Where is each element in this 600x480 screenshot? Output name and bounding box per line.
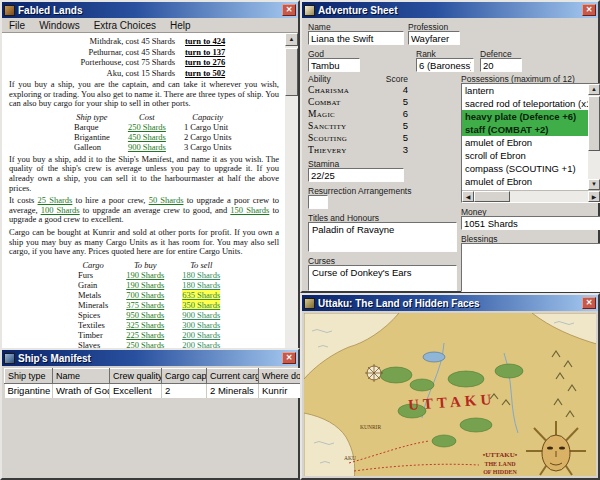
resurrection-field[interactable]	[308, 195, 328, 209]
scroll-up-icon[interactable]: ▲	[285, 33, 298, 46]
column-header-name[interactable]: Name	[53, 369, 110, 384]
ship-type: Barque	[65, 122, 119, 132]
crew-cost-link[interactable]: 25 Shards	[38, 195, 73, 205]
possessions-hscrollbar[interactable]: ◀ ▶	[462, 190, 600, 202]
titles-field[interactable]: Paladin of Ravayne	[308, 222, 457, 252]
menu-windows[interactable]: Windows	[32, 19, 87, 32]
sell-cargo-link[interactable]: 900 Shards	[182, 310, 220, 320]
close-icon[interactable]: ✕	[282, 352, 296, 364]
score-label: Score	[380, 74, 408, 84]
scroll-up-icon[interactable]: ▲	[588, 84, 600, 95]
crew-cost-link[interactable]: 50 Shards	[149, 195, 184, 205]
uttaku-map-title: Uttaku: The Land of Hidden Faces	[318, 298, 480, 309]
port-name: Pethurnar, cost 45 Shards	[9, 47, 175, 58]
scroll-right-icon[interactable]: ▶	[588, 191, 600, 202]
ability-row: Charisma4	[308, 84, 408, 96]
column-header-crew-quality[interactable]: Crew quality	[110, 369, 162, 384]
possession-item[interactable]: heavy plate (Defence +6)	[462, 110, 588, 123]
scrollbar-track[interactable]	[588, 95, 600, 179]
ability-score: 5	[403, 132, 408, 144]
port-name: Aku, cost 15 Shards	[9, 68, 175, 79]
buy-cargo-link[interactable]: 375 Shards	[126, 300, 164, 310]
cell-ship-type: Brigantine	[5, 384, 53, 398]
ships-manifest-titlebar[interactable]: Ship's Manifest ✕	[2, 350, 298, 366]
ability-name: Thievery	[308, 144, 347, 156]
column-header-ship-type[interactable]: Ship type	[5, 369, 53, 384]
possession-item[interactable]: lantern	[462, 84, 588, 97]
scrollbar-thumb[interactable]	[474, 191, 510, 202]
ability-name: Magic	[308, 108, 335, 120]
profession-field[interactable]	[408, 31, 460, 45]
buy-cargo-link[interactable]: 190 Shards	[126, 280, 164, 290]
sell-cargo-link[interactable]: 180 Shards	[182, 270, 220, 280]
money-field[interactable]	[461, 216, 600, 230]
sell-cargo-link[interactable]: 200 Shards	[182, 330, 220, 340]
uttaku-map-titlebar[interactable]: Uttaku: The Land of Hidden Faces ✕	[302, 295, 598, 311]
scrollbar-track[interactable]	[474, 191, 588, 202]
scrollbar-thumb[interactable]	[285, 48, 298, 96]
possession-item[interactable]: amulet of Ebron	[462, 175, 588, 188]
possession-item[interactable]: amulet of Ebron	[462, 136, 588, 149]
buy-cargo-link[interactable]: 190 Shards	[126, 270, 164, 280]
uttaku-map-window-icon	[304, 298, 315, 309]
ability-row: Combat5	[308, 96, 408, 108]
column-header-cargo-cap[interactable]: Cargo cap.	[162, 369, 207, 384]
scroll-left-icon[interactable]: ◀	[462, 191, 474, 202]
sell-cargo-link[interactable]: 350 Shards	[182, 300, 220, 310]
rank-field[interactable]	[416, 58, 474, 72]
fabled-lands-title: Fabled Lands	[18, 5, 82, 16]
sell-cargo-link[interactable]: 300 Shards	[182, 320, 220, 330]
ship-type: Galleon	[65, 142, 119, 152]
ability-row: Sanctity5	[308, 120, 408, 132]
turn-to-link[interactable]: turn to 424	[185, 36, 225, 47]
turn-to-link[interactable]: turn to 276	[185, 57, 225, 68]
close-icon[interactable]: ✕	[582, 297, 596, 309]
crew-cost-link[interactable]: 100 Shards	[41, 205, 80, 215]
buy-cargo-link[interactable]: 325 Shards	[126, 320, 164, 330]
table-row[interactable]: Brigantine Wrath of God Excellent 2 2 Mi…	[5, 384, 301, 398]
close-icon[interactable]: ✕	[282, 4, 296, 16]
close-icon[interactable]: ✕	[582, 4, 596, 16]
blessings-field[interactable]	[461, 243, 600, 292]
scrollbar-thumb[interactable]	[588, 96, 600, 151]
turn-to-link[interactable]: turn to 502	[185, 68, 225, 79]
buy-ship-link[interactable]: 450 Shards	[128, 132, 166, 142]
column-header-where-docked[interactable]: Where docked	[259, 369, 301, 384]
scroll-down-icon[interactable]: ▼	[588, 179, 600, 190]
fabled-lands-titlebar[interactable]: Fabled Lands ✕	[2, 2, 298, 18]
stamina-field[interactable]	[308, 168, 404, 182]
buy-cargo-link[interactable]: 700 Shards	[126, 290, 164, 300]
ability-name: Combat	[308, 96, 341, 108]
text-run: to hire a poor crew,	[72, 195, 148, 205]
possession-item[interactable]: compass (SCOUTING +1)	[462, 162, 588, 175]
ability-name: Sanctity	[308, 120, 346, 132]
adventure-sheet-window-icon	[304, 5, 315, 16]
adventure-sheet-titlebar[interactable]: Adventure Sheet ✕	[302, 2, 598, 18]
buy-ship-link[interactable]: 900 Shards	[128, 142, 166, 152]
menu-help[interactable]: Help	[163, 19, 198, 32]
cell-crew-quality: Excellent	[110, 384, 162, 398]
paragraph: Cargo can be bought at Kunrir and sold a…	[9, 228, 279, 257]
possessions-scrollbar[interactable]: ▲ ▼	[588, 84, 600, 190]
cell-where-docked: Kunrir	[259, 384, 301, 398]
column-header: To sell	[173, 260, 229, 270]
column-header-current-cargo[interactable]: Current cargo	[207, 369, 259, 384]
buy-cargo-link[interactable]: 225 Shards	[126, 330, 164, 340]
curses-field[interactable]: Curse of Donkey's Ears	[308, 265, 457, 291]
defence-field[interactable]	[480, 58, 522, 72]
buy-cargo-link[interactable]: 950 Shards	[126, 310, 164, 320]
crew-cost-link[interactable]: 150 Shards	[230, 205, 269, 215]
buy-ship-link[interactable]: 250 Shards	[128, 122, 166, 132]
possession-item[interactable]: staff (COMBAT +2)	[462, 123, 588, 136]
ships-manifest-title: Ship's Manifest	[18, 353, 91, 364]
possession-item[interactable]: scroll of Ebron	[462, 149, 588, 162]
menu-extra-choices[interactable]: Extra Choices	[87, 19, 163, 32]
name-field[interactable]	[308, 31, 404, 45]
text-run: It costs	[9, 195, 38, 205]
menu-file[interactable]: File	[2, 19, 32, 32]
god-field[interactable]	[308, 58, 360, 72]
turn-to-link[interactable]: turn to 137	[185, 47, 225, 58]
sell-cargo-link[interactable]: 180 Shards	[182, 280, 220, 290]
possession-item[interactable]: sacred rod of teleportation (x1 charges	[462, 97, 588, 110]
sell-cargo-link[interactable]: 635 Shards	[182, 290, 220, 300]
